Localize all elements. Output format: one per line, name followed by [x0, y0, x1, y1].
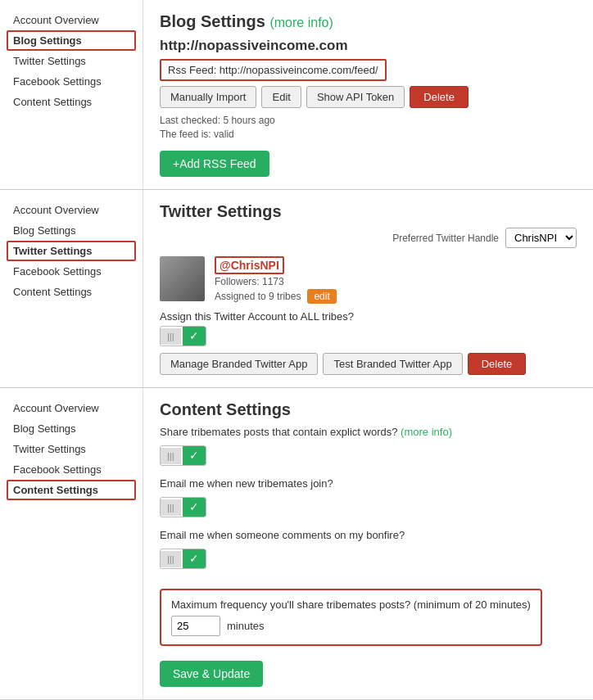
delete-twitter-button[interactable]: Delete	[468, 353, 527, 375]
toggle-off-q3: |||	[161, 551, 181, 567]
assign-label: Assign this Twitter Account to ALL tribe…	[160, 310, 354, 323]
q3-row: Email me when someone comments on my bon…	[160, 529, 577, 569]
twitter-sidebar: Account Overview Blog Settings Twitter S…	[0, 190, 143, 387]
twitter-section: Account Overview Blog Settings Twitter S…	[0, 190, 593, 388]
q3-toggle[interactable]: ||| ✓	[160, 549, 206, 569]
content-sidebar: Account Overview Blog Settings Twitter S…	[0, 388, 143, 699]
q1-more-info-link[interactable]: (more info)	[401, 426, 452, 438]
sidebar-item-twitter-settings-2[interactable]: Twitter Settings	[7, 241, 136, 261]
twitter-actions: Manage Branded Twitter App Test Branded …	[160, 353, 577, 375]
sidebar-item-facebook-settings-2[interactable]: Facebook Settings	[7, 261, 136, 282]
freq-unit: minutes	[227, 620, 265, 632]
q2-toggle[interactable]: ||| ✓	[160, 497, 206, 517]
add-rss-button[interactable]: +Add RSS Feed	[160, 151, 269, 177]
content-main: Content Settings Share tribemates posts …	[143, 388, 593, 699]
twitter-handle: @ChrisNPI	[215, 256, 284, 274]
toggle-off-indicator: |||	[161, 328, 181, 345]
test-branded-twitter-button[interactable]: Test Branded Twitter App	[323, 353, 462, 375]
toggle-off-q2: |||	[161, 499, 181, 516]
freq-input-row: minutes	[171, 616, 531, 636]
sidebar-item-content-settings-1[interactable]: Content Settings	[7, 92, 136, 112]
blog-main: Blog Settings (more info) http://nopassi…	[143, 0, 593, 189]
preferred-handle-select[interactable]: ChrisNPI	[505, 228, 577, 248]
site-url: http://nopassiveincome.com	[160, 38, 577, 54]
sidebar-item-content-settings-2[interactable]: Content Settings	[7, 282, 136, 302]
freq-input[interactable]	[171, 616, 220, 636]
sidebar-item-blog-settings-2[interactable]: Blog Settings	[7, 220, 136, 241]
blog-section: Account Overview Blog Settings Twitter S…	[0, 0, 593, 190]
toggle-off-q1: |||	[161, 448, 181, 464]
q1-toggle[interactable]: ||| ✓	[160, 445, 206, 466]
twitter-info: @ChrisNPI Followers: 1173 Assigned to 9 …	[215, 256, 577, 304]
check-icon: ✓	[189, 329, 199, 342]
sidebar-item-blog-settings-3[interactable]: Blog Settings	[7, 418, 136, 439]
content-section: Account Overview Blog Settings Twitter S…	[0, 388, 593, 700]
sidebar-item-facebook-settings-1[interactable]: Facebook Settings	[7, 71, 136, 92]
blog-button-row: Manually Import Edit Show API Token Dele…	[160, 86, 577, 108]
edit-tribes-badge[interactable]: edit	[307, 289, 336, 304]
twitter-account-row: @ChrisNPI Followers: 1173 Assigned to 9 …	[160, 256, 577, 304]
feed-status: The feed is: valid	[160, 129, 577, 140]
toggle-on-indicator: ✓	[183, 327, 206, 345]
check-icon-q3: ✓	[189, 552, 199, 565]
followers-count: Followers: 1173	[215, 276, 577, 287]
max-freq-box: Maximum frequency you'll share tribemate…	[160, 589, 542, 646]
twitter-main: Twitter Settings Preferred Twitter Handl…	[143, 190, 593, 387]
avatar	[160, 256, 205, 301]
save-update-button[interactable]: Save & Update	[160, 661, 263, 687]
toggle-on-q3: ✓	[183, 549, 206, 568]
assign-toggle-row: ||| ✓	[160, 323, 577, 346]
q3-text: Email me when someone comments on my bon…	[160, 529, 577, 541]
q1-text: Share tribemates posts that contain expl…	[160, 426, 577, 438]
preferred-handle-row: Preferred Twitter Handle ChrisNPI	[160, 228, 577, 248]
content-section-title: Content Settings	[160, 400, 577, 419]
assign-row: Assign this Twitter Account to ALL tribe…	[160, 310, 577, 346]
sidebar-item-content-settings-3[interactable]: Content Settings	[7, 480, 136, 500]
blog-section-title: Blog Settings (more info)	[160, 12, 577, 31]
toggle-on-q1: ✓	[183, 446, 206, 465]
avatar-placeholder	[160, 256, 205, 301]
rss-feed-box: Rss Feed: http://nopassiveincome.com/fee…	[160, 59, 387, 81]
blog-more-info-link[interactable]: (more info)	[269, 16, 333, 29]
preferred-handle-label: Preferred Twitter Handle	[392, 233, 499, 244]
sidebar-item-account-overview-1[interactable]: Account Overview	[7, 10, 136, 30]
last-checked: Last checked: 5 hours ago	[160, 115, 577, 126]
manage-branded-twitter-button[interactable]: Manage Branded Twitter App	[160, 353, 318, 375]
delete-blog-button[interactable]: Delete	[410, 86, 469, 108]
twitter-section-title: Twitter Settings	[160, 202, 577, 221]
check-icon-q2: ✓	[189, 500, 199, 513]
sidebar-item-account-overview-2[interactable]: Account Overview	[7, 200, 136, 220]
q2-row: Email me when new tribemates join? ||| ✓	[160, 477, 577, 517]
edit-button[interactable]: Edit	[261, 86, 301, 108]
q2-text: Email me when new tribemates join?	[160, 477, 577, 490]
toggle-on-q2: ✓	[183, 498, 206, 517]
tribes-text: Assigned to 9 tribes	[215, 291, 301, 302]
show-api-token-button[interactable]: Show API Token	[306, 86, 405, 108]
sidebar-item-twitter-settings-1[interactable]: Twitter Settings	[7, 51, 136, 71]
q1-row: Share tribemates posts that contain expl…	[160, 426, 577, 466]
sidebar-item-twitter-settings-3[interactable]: Twitter Settings	[7, 439, 136, 459]
manually-import-button[interactable]: Manually Import	[160, 86, 256, 108]
sidebar-item-facebook-settings-3[interactable]: Facebook Settings	[7, 459, 136, 480]
page-wrapper: Account Overview Blog Settings Twitter S…	[0, 0, 593, 700]
tribes-row: Assigned to 9 tribes edit	[215, 289, 577, 304]
check-icon-q1: ✓	[189, 449, 199, 462]
assign-toggle[interactable]: ||| ✓	[160, 326, 206, 346]
max-freq-label: Maximum frequency you'll share tribemate…	[171, 598, 531, 611]
blog-sidebar: Account Overview Blog Settings Twitter S…	[0, 0, 143, 189]
sidebar-item-blog-settings-1[interactable]: Blog Settings	[7, 30, 136, 51]
sidebar-item-account-overview-3[interactable]: Account Overview	[7, 398, 136, 418]
